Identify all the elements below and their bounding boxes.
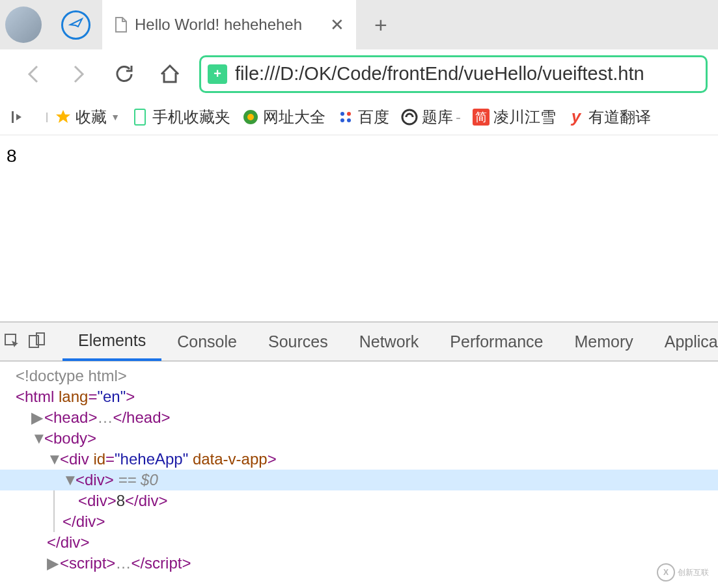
code-line[interactable]: <!doctype html> [0,366,718,386]
bookmark-label: 收藏 [76,107,107,127]
page-content: 8 [0,135,718,321]
address-bar[interactable]: + file:///D:/OK/Code/frontEnd/vueHello/v… [199,55,708,93]
bookmark-label: 题库 [422,107,453,127]
svg-point-5 [347,112,351,116]
code-line-selected[interactable]: •••▼<div> == $0 [0,470,718,490]
code-line[interactable]: ▶<script>…</script> [0,553,718,574]
collapse-icon[interactable]: ▼ [47,449,57,470]
youdao-icon: y [568,109,585,126]
tiku-icon [401,109,418,126]
bookmark-label: 手机收藏夹 [152,107,230,127]
tree-guide-line [53,490,55,532]
tab-bar: Hello World! heheheheh ✕ + [0,0,718,49]
bookmark-youdao[interactable]: y 有道翻译 [568,107,651,127]
watermark: X 创新互联 [657,563,709,581]
back-button[interactable] [20,60,47,88]
svg-point-7 [347,118,351,122]
svg-rect-0 [12,111,14,123]
forward-button[interactable] [65,60,92,88]
code-line[interactable]: ▼<body> [0,428,718,449]
page-text: 8 [7,146,17,166]
svg-point-6 [340,118,344,122]
bookmark-favorites[interactable]: 收藏 ▼ [55,107,120,127]
bookmark-mobile[interactable]: 手机收藏夹 [131,107,230,127]
code-line[interactable]: ▼<div id="heheApp" data-v-app> [0,449,718,470]
collapse-icon[interactable]: ▼ [31,428,42,449]
code-line[interactable]: ▶<head>…</head> [0,407,718,428]
browser-tab[interactable]: Hello World! heheheheh ✕ [102,0,356,49]
devtools-elements-tree[interactable]: <!doctype html> <html lang="en"> ▶<head>… [0,362,718,578]
tab-title: Hello World! heheheheh [135,16,322,34]
device-toolbar-icon[interactable] [27,326,47,357]
security-shield-icon: + [208,64,227,84]
inspect-element-icon[interactable] [3,326,22,357]
bookmark-label: 有道翻译 [588,107,651,127]
site-icon [242,109,259,126]
home-button[interactable] [156,60,184,88]
bookmarks-bar: | 收藏 ▼ 手机收藏夹 网址大全 百度 题库 - 简 凌川江雪 y 有道翻译 [0,99,718,135]
collapse-icon[interactable]: ▼ [62,470,73,490]
svg-rect-1 [135,109,145,125]
dropdown-icon: ▼ [111,112,120,122]
bookmark-sites[interactable]: 网址大全 [242,107,325,127]
bookmark-label: 凌川江雪 [493,107,556,127]
expand-icon[interactable]: ▶ [47,553,57,574]
svg-point-3 [247,114,254,120]
bookmark-label: 网址大全 [263,107,325,127]
bookmark-lingchuan[interactable]: 简 凌川江雪 [473,107,556,127]
tab-network[interactable]: Network [344,322,435,361]
svg-point-8 [402,110,417,124]
bookmark-baidu[interactable]: 百度 [337,107,389,127]
tab-sources[interactable]: Sources [253,322,344,361]
navigation-bar: + file:///D:/OK/Code/frontEnd/vueHello/v… [0,49,718,99]
devtools-panel: Elements Console Sources Network Perform… [0,321,718,578]
close-icon[interactable]: ✕ [330,15,344,35]
star-icon [55,109,72,126]
file-icon [114,16,128,33]
baidu-icon [337,109,354,126]
tab-console[interactable]: Console [161,322,253,361]
tab-memory[interactable]: Memory [559,322,648,361]
expand-icon[interactable]: ▶ [31,407,42,428]
tab-performance[interactable]: Performance [434,322,559,361]
code-line[interactable]: <html lang="en"> [0,386,718,407]
code-line[interactable]: </div> [0,511,718,532]
code-line[interactable]: <div>8</div> [0,490,718,511]
url-text: file:///D:/OK/Code/frontEnd/vueHello/vue… [235,63,644,85]
bookmark-label: 百度 [358,107,389,127]
bookmark-tiku[interactable]: 题库 - [401,107,461,127]
jian-icon: 简 [473,109,490,126]
profile-avatar[interactable] [5,7,42,43]
reload-button[interactable] [111,60,138,88]
new-tab-button[interactable]: + [374,12,387,38]
svg-point-4 [340,112,344,116]
devtools-header: Elements Console Sources Network Perform… [0,323,718,362]
extensions-toggle[interactable] [10,109,27,126]
mobile-icon [131,109,148,126]
separator: | [46,111,48,123]
tab-elements[interactable]: Elements [62,322,161,361]
code-line[interactable]: </div> [0,532,718,553]
navigation-icon[interactable] [61,10,90,40]
svg-rect-11 [36,333,44,345]
tab-application[interactable]: Applicat [649,322,718,361]
